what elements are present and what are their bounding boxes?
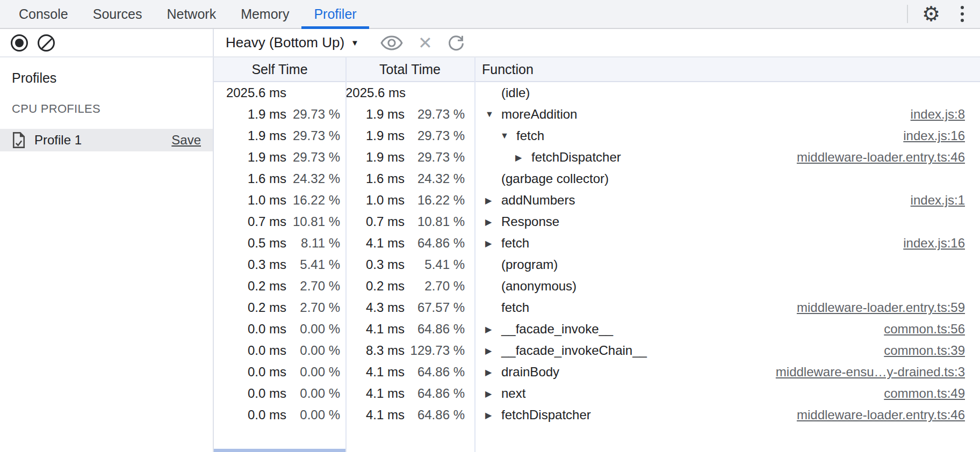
- self-time-ms: 0.5 ms: [214, 236, 286, 251]
- table-row[interactable]: 2025.6 ms 2025.6 ms (idle): [214, 82, 980, 104]
- column-header-self-time[interactable]: Self Time: [214, 62, 345, 77]
- topbar-right: ⚙: [907, 0, 980, 28]
- horizontal-scrollbar-thumb[interactable]: [214, 449, 345, 452]
- total-time-cell: 4.1 ms 64.86 %: [345, 322, 474, 337]
- self-time-cell: 1.9 ms 29.73 %: [214, 128, 345, 143]
- column-resize-handle[interactable]: [345, 57, 347, 452]
- profile-name: Profile 1: [34, 133, 82, 148]
- kebab-menu-icon[interactable]: [959, 4, 966, 24]
- source-link[interactable]: middleware-loader.entry.ts:46: [797, 150, 965, 165]
- function-cell: ▶ fetchDispatcher middleware-loader.entr…: [474, 150, 980, 165]
- disclosure-arrow-icon[interactable]: ▶: [485, 217, 501, 227]
- disclosure-arrow-icon[interactable]: ▶: [485, 410, 501, 420]
- column-header-total-time[interactable]: Total Time: [345, 62, 474, 77]
- tab-console[interactable]: Console: [6, 0, 81, 28]
- disclosure-arrow-icon[interactable]: ▶: [485, 324, 501, 334]
- profile-document-icon: [12, 132, 26, 149]
- source-link[interactable]: index.js:1: [911, 193, 965, 208]
- table-row[interactable]: 0.0 ms 0.00 % 4.1 ms 64.86 % ▶ drainBody…: [214, 361, 980, 383]
- table-row[interactable]: 0.0 ms 0.00 % 4.1 ms 64.86 % ▶ __facade_…: [214, 318, 980, 340]
- profiler-controls-toolbar: [0, 29, 214, 57]
- table-row[interactable]: 0.3 ms 5.41 % 0.3 ms 5.41 % (program): [214, 254, 980, 275]
- self-time-cell: 0.3 ms 5.41 %: [214, 257, 345, 272]
- total-time-pct: 16.22 %: [405, 193, 465, 208]
- table-row[interactable]: 0.5 ms 8.11 % 4.1 ms 64.86 % ▶ fetch ind…: [214, 232, 980, 254]
- total-time-ms: 1.0 ms: [345, 193, 405, 208]
- tab-label: Console: [19, 6, 68, 22]
- self-time-cell: 0.2 ms 2.70 %: [214, 279, 345, 294]
- eye-icon[interactable]: [380, 35, 403, 50]
- table-row[interactable]: 1.9 ms 29.73 % 1.9 ms 29.73 % ▶ fetchDis…: [214, 147, 980, 168]
- tab-label: Profiler: [314, 6, 356, 22]
- self-time-cell: 1.6 ms 24.32 %: [214, 171, 345, 186]
- column-resize-handle[interactable]: [474, 57, 475, 452]
- record-icon[interactable]: [11, 34, 28, 52]
- total-time-ms: 4.1 ms: [345, 364, 405, 380]
- cpu-profiles-section-label: CPU PROFILES: [12, 102, 213, 116]
- total-time-ms: 4.3 ms: [345, 300, 405, 315]
- self-time-pct: 0.00 %: [286, 407, 340, 422]
- self-time-cell: 1.9 ms 29.73 %: [214, 107, 345, 122]
- view-mode-select[interactable]: Heavy (Bottom Up) ▼: [226, 34, 359, 51]
- column-header-function[interactable]: Function: [474, 62, 980, 77]
- self-time-ms: 0.0 ms: [214, 322, 286, 337]
- tab-network[interactable]: Network: [154, 0, 228, 28]
- source-link[interactable]: index.js:8: [911, 107, 965, 122]
- table-row[interactable]: 0.7 ms 10.81 % 0.7 ms 10.81 % ▶ Response: [214, 211, 980, 232]
- self-time-ms: 0.0 ms: [214, 386, 286, 401]
- close-icon[interactable]: ✕: [418, 34, 433, 52]
- disclosure-arrow-icon[interactable]: ▼: [500, 131, 516, 141]
- total-time-ms: 8.3 ms: [345, 343, 405, 358]
- function-name: drainBody: [501, 364, 559, 380]
- disclosure-arrow-icon[interactable]: ▶: [515, 152, 531, 163]
- self-time-ms: 2025.6 ms: [214, 85, 286, 100]
- total-time-cell: 1.9 ms 29.73 %: [345, 150, 474, 165]
- total-time-ms: 0.3 ms: [345, 257, 405, 272]
- table-row[interactable]: 1.6 ms 24.32 % 1.6 ms 24.32 % (garbage c…: [214, 168, 980, 189]
- source-link[interactable]: common.ts:56: [884, 322, 965, 337]
- source-link[interactable]: middleware-loader.entry.ts:46: [797, 407, 965, 422]
- sidebar-item-profile-1[interactable]: Profile 1 Save: [0, 129, 213, 151]
- table-row[interactable]: 0.0 ms 0.00 % 4.1 ms 64.86 % ▶ next comm…: [214, 383, 980, 404]
- gear-icon[interactable]: ⚙: [922, 4, 940, 24]
- self-time-pct: 16.22 %: [286, 193, 340, 208]
- disclosure-arrow-icon[interactable]: ▶: [485, 367, 501, 377]
- table-row[interactable]: 0.0 ms 0.00 % 8.3 ms 129.73 % ▶ __facade…: [214, 340, 980, 361]
- source-link[interactable]: index.js:16: [903, 128, 965, 143]
- total-time-pct: 29.73 %: [405, 150, 465, 165]
- clear-icon[interactable]: [38, 34, 55, 52]
- disclosure-arrow-icon[interactable]: ▼: [485, 110, 501, 119]
- total-time-pct: 67.57 %: [405, 300, 465, 315]
- table-row[interactable]: 0.0 ms 0.00 % 4.1 ms 64.86 % ▶ fetchDisp…: [214, 404, 980, 426]
- disclosure-arrow-icon[interactable]: ▶: [485, 195, 501, 206]
- source-link[interactable]: index.js:16: [903, 236, 965, 251]
- table-row[interactable]: 1.9 ms 29.73 % 1.9 ms 29.73 % ▼ fetch in…: [214, 125, 980, 147]
- disclosure-arrow-icon[interactable]: ▶: [485, 389, 501, 399]
- total-time-cell: 4.1 ms 64.86 %: [345, 407, 474, 422]
- table-row[interactable]: 1.9 ms 29.73 % 1.9 ms 29.73 % ▼ moreAddi…: [214, 104, 980, 125]
- profile-view-toolbar: Heavy (Bottom Up) ▼ ✕: [214, 29, 980, 57]
- self-time-cell: 0.5 ms 8.11 %: [214, 236, 345, 251]
- disclosure-arrow-icon[interactable]: ▶: [485, 238, 501, 249]
- save-link[interactable]: Save: [171, 133, 201, 148]
- tab-label: Sources: [93, 6, 142, 22]
- total-time-ms: 1.9 ms: [345, 150, 405, 165]
- reload-icon[interactable]: [446, 33, 466, 53]
- table-row[interactable]: 0.2 ms 2.70 % 0.2 ms 2.70 % (anonymous): [214, 275, 980, 297]
- function-cell: fetch middleware-loader.entry.ts:59: [474, 300, 980, 315]
- source-link[interactable]: common.ts:49: [884, 386, 965, 401]
- table-row[interactable]: 1.0 ms 16.22 % 1.0 ms 16.22 % ▶ addNumbe…: [214, 189, 980, 211]
- disclosure-arrow-icon[interactable]: ▶: [485, 346, 501, 356]
- tab-sources[interactable]: Sources: [81, 0, 155, 28]
- self-time-ms: 1.9 ms: [214, 128, 286, 143]
- tab-label: Network: [167, 6, 216, 22]
- table-row[interactable]: 0.2 ms 2.70 % 4.3 ms 67.57 % fetch middl…: [214, 297, 980, 318]
- source-link[interactable]: middleware-ensu…y-drained.ts:3: [776, 364, 965, 380]
- self-time-cell: 0.0 ms 0.00 %: [214, 386, 345, 401]
- function-name: __facade_invokeChain__: [501, 343, 647, 358]
- source-link[interactable]: common.ts:39: [884, 343, 965, 358]
- tab-memory[interactable]: Memory: [228, 0, 301, 28]
- self-time-cell: 0.2 ms 2.70 %: [214, 300, 345, 315]
- source-link[interactable]: middleware-loader.entry.ts:59: [797, 300, 965, 315]
- tab-profiler[interactable]: Profiler: [301, 0, 369, 28]
